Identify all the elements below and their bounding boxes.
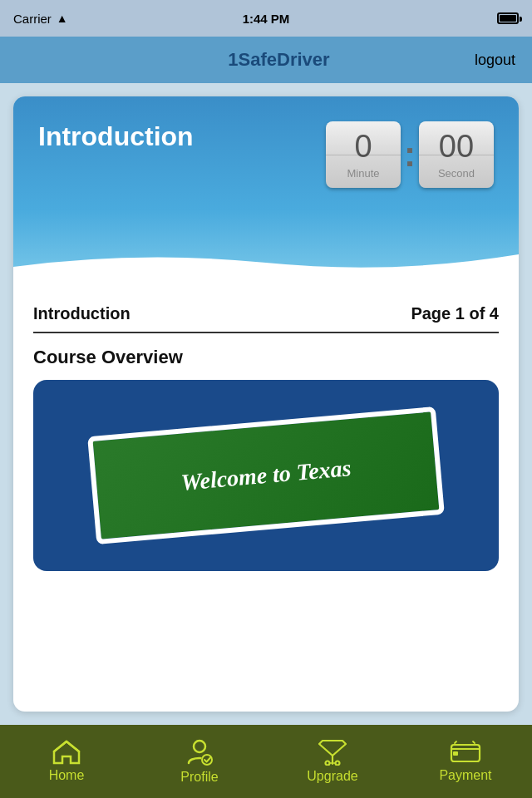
svg-rect-6 bbox=[453, 751, 458, 756]
timer-seconds-box: 00 Second bbox=[419, 121, 494, 188]
status-bar: Carrier ▲ 1:44 PM bbox=[0, 0, 532, 37]
texas-sign: Welcome to Texas bbox=[87, 406, 445, 544]
status-bar-left: Carrier ▲ bbox=[13, 12, 68, 26]
wifi-icon: ▲ bbox=[57, 12, 68, 25]
timer-minutes-box: 0 Minute bbox=[326, 121, 401, 188]
upgrade-icon bbox=[318, 739, 347, 766]
page-info-row: Introduction Page 1 of 4 bbox=[33, 304, 499, 333]
timer-minutes-value: 0 bbox=[354, 131, 372, 162]
tab-profile[interactable]: Profile bbox=[133, 725, 266, 798]
status-bar-right bbox=[497, 12, 519, 24]
course-overview-label: Course Overview bbox=[33, 347, 499, 368]
main-content: Introduction 0 Minute : 00 Second bbox=[0, 83, 532, 725]
timer-seconds-label: Second bbox=[438, 167, 475, 180]
page-number: Page 1 of 4 bbox=[411, 304, 499, 323]
tab-bar: Home Profile Upgrade Payment bbox=[0, 725, 532, 798]
svg-point-0 bbox=[194, 741, 205, 752]
content-card: Introduction 0 Minute : 00 Second bbox=[13, 96, 519, 712]
timer-seconds-value: 00 bbox=[439, 131, 474, 162]
nav-bar: 1SafeDriver logout bbox=[0, 37, 532, 83]
carrier-label: Carrier bbox=[13, 12, 52, 26]
tab-upgrade[interactable]: Upgrade bbox=[266, 725, 399, 798]
tab-home[interactable]: Home bbox=[0, 725, 133, 798]
timer-container: 0 Minute : 00 Second bbox=[326, 121, 494, 188]
card-header: Introduction 0 Minute : 00 Second bbox=[13, 96, 519, 288]
status-bar-time: 1:44 PM bbox=[243, 12, 290, 26]
section-title: Introduction bbox=[33, 304, 131, 323]
tab-upgrade-label: Upgrade bbox=[307, 769, 357, 784]
timer-minutes-label: Minute bbox=[347, 167, 379, 180]
app-title: 1SafeDriver bbox=[228, 49, 329, 71]
battery-fill bbox=[500, 15, 516, 22]
header-wave bbox=[13, 246, 519, 288]
texas-sign-container: Welcome to Texas bbox=[33, 380, 499, 571]
timer-colon: : bbox=[404, 121, 416, 188]
logout-button[interactable]: logout bbox=[475, 52, 515, 69]
texas-sign-text: Welcome to Texas bbox=[180, 455, 352, 496]
svg-point-4 bbox=[336, 761, 340, 766]
home-icon bbox=[52, 740, 81, 765]
card-body: Introduction Page 1 of 4 Course Overview… bbox=[13, 288, 519, 588]
tab-payment[interactable]: Payment bbox=[399, 725, 532, 798]
battery-icon bbox=[497, 12, 519, 24]
profile-icon bbox=[185, 738, 214, 766]
payment-icon bbox=[450, 740, 481, 765]
tab-profile-label: Profile bbox=[180, 770, 218, 785]
tab-home-label: Home bbox=[49, 768, 85, 783]
svg-point-3 bbox=[326, 761, 330, 766]
tab-payment-label: Payment bbox=[439, 768, 491, 783]
